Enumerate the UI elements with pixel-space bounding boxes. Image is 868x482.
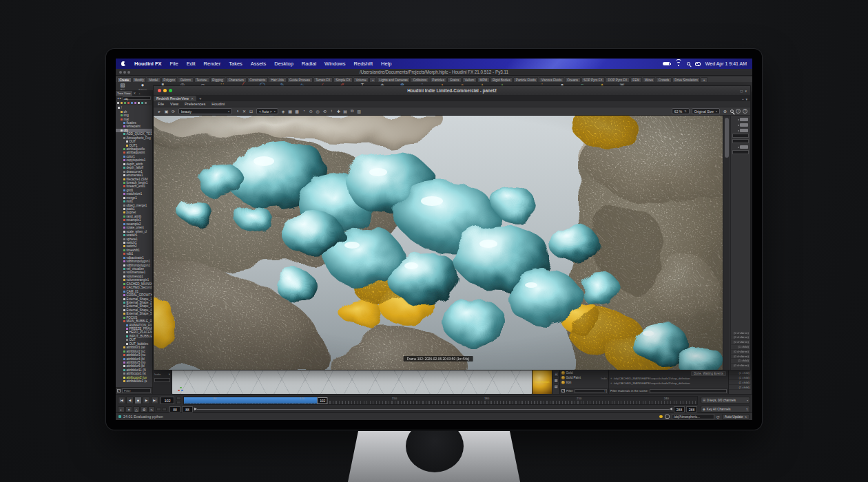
forward-icon[interactable]: ▸ bbox=[120, 96, 121, 100]
shelf-tab-drive-simulation[interactable]: Drive Simulation bbox=[672, 77, 700, 82]
children-count-row[interactable]: (1 child) bbox=[731, 345, 750, 350]
battery-icon[interactable] bbox=[663, 62, 670, 65]
shelf-tab-crowds[interactable]: Crowds bbox=[656, 77, 672, 82]
tree-node[interactable]: attribdelete1 (s bbox=[116, 379, 152, 383]
tree-toolbar-icon[interactable] bbox=[138, 102, 140, 104]
pan-icon[interactable]: ✚ bbox=[335, 109, 342, 114]
shelf-tab-characters[interactable]: Characters bbox=[226, 77, 246, 82]
global-start-field[interactable]: 88 bbox=[169, 406, 180, 412]
copy-image-icon[interactable]: ⧉ bbox=[349, 109, 355, 114]
playback-mode-icon[interactable]: ◐ bbox=[118, 406, 125, 412]
children-count-row[interactable]: (0 children) bbox=[731, 331, 750, 336]
shelf-tab-rigid-bodies[interactable]: Rigid Bodies bbox=[490, 77, 513, 82]
shelf-tab-guide-process[interactable]: Guide Process bbox=[287, 77, 313, 82]
shelf-tab-modify[interactable]: Modify bbox=[132, 77, 147, 82]
menu-item-takes[interactable]: Takes bbox=[225, 61, 247, 67]
playback-range-slider[interactable] bbox=[194, 406, 672, 412]
first-frame-button[interactable]: |◀ bbox=[118, 397, 125, 404]
shelf-tab-rigging[interactable]: Rigging bbox=[210, 77, 226, 82]
scene-viewport-strip[interactable] bbox=[172, 370, 533, 394]
stop-button[interactable]: ■ bbox=[134, 397, 142, 404]
list-view-icon[interactable]: ▤ bbox=[554, 384, 559, 389]
renderview-menu-preferences[interactable]: Preferences bbox=[185, 102, 205, 106]
checker-icon[interactable]: ▩ bbox=[294, 109, 300, 114]
spotlight-search-icon[interactable] bbox=[687, 62, 690, 65]
shelf-tab-fem[interactable]: FEM bbox=[630, 77, 642, 82]
shelf-tab-viscous-fluids[interactable]: Viscous Fluids bbox=[539, 77, 564, 82]
tree-toolbar-icon[interactable] bbox=[145, 102, 147, 104]
node-connector-icon[interactable] bbox=[740, 145, 748, 149]
menu-item-houdini-fx[interactable]: Houdini FX bbox=[130, 61, 166, 67]
shelf-tab-create[interactable]: Create bbox=[117, 77, 132, 82]
key-all-channels-dropdown[interactable]: ◆Key All Channels⇅ bbox=[701, 406, 750, 412]
menu-item-render[interactable]: Render bbox=[200, 61, 225, 67]
gear-icon[interactable]: ⚙ bbox=[722, 109, 728, 114]
global-end-field[interactable]: 288 bbox=[686, 406, 697, 412]
info-icon[interactable]: i bbox=[736, 109, 741, 114]
tree-toolbar-icon[interactable] bbox=[134, 102, 136, 104]
shelf-tab-constraints[interactable]: Constraints bbox=[247, 77, 268, 82]
auto-update-dropdown[interactable]: Auto Update⇅ bbox=[722, 414, 750, 420]
children-count-row[interactable]: (0 children) bbox=[731, 335, 750, 340]
snapshot-close-icon[interactable]: ✕ bbox=[241, 109, 247, 114]
ipr-restart-icon[interactable]: ⟳ bbox=[170, 109, 176, 114]
gear-icon[interactable]: ⚙ bbox=[141, 406, 147, 412]
menu-item-edit[interactable]: Edit bbox=[183, 61, 200, 67]
tree-toolbar-icon[interactable] bbox=[124, 102, 126, 104]
range-end-field[interactable]: 288 bbox=[674, 406, 685, 412]
play-button[interactable]: ▶ bbox=[143, 397, 150, 404]
material-preview[interactable]: Indie Edition bbox=[533, 370, 552, 394]
children-count-row[interactable]: (0 children) bbox=[731, 355, 750, 359]
shelf-tab-volume[interactable]: Volume bbox=[353, 77, 369, 82]
shop-definition-row[interactable]: +/obj/CACHED_MAINSHAPE/uvquickshade2/sho… bbox=[609, 381, 728, 386]
menu-item-help[interactable]: Help bbox=[377, 61, 395, 67]
range-start-field[interactable]: 88 bbox=[182, 406, 193, 412]
grid-icon[interactable]: ▦ bbox=[287, 109, 293, 114]
tree-path-field[interactable]: obj bbox=[123, 96, 151, 101]
children-count-row[interactable]: (0 children) bbox=[731, 340, 750, 345]
children-count-row[interactable]: (1 child) bbox=[729, 380, 751, 385]
shelf-tab-lights-and-cameras[interactable]: Lights and Cameras bbox=[377, 77, 410, 82]
menu-item-redshift[interactable]: Redshift bbox=[350, 61, 378, 67]
playhead[interactable]: 102 bbox=[318, 397, 328, 404]
parameter-field[interactable] bbox=[732, 134, 749, 138]
tab-redshift-renderview[interactable]: Redshift RenderView✕ bbox=[154, 96, 196, 101]
tree-toolbar-icon[interactable] bbox=[127, 102, 130, 104]
shelf-tab-add[interactable]: + bbox=[369, 77, 376, 82]
current-frame-field[interactable]: 102 bbox=[161, 397, 174, 404]
shelf-tab-simple-fx[interactable]: Simple FX bbox=[333, 77, 353, 82]
material-filter-input[interactable] bbox=[575, 389, 607, 393]
zoom-stepper[interactable]: 62 %⇅ bbox=[672, 108, 690, 114]
material-filter-checkbox[interactable]: ✓ bbox=[561, 389, 565, 392]
pane-split-icons[interactable]: ▪▾ bbox=[740, 97, 750, 101]
snapshot-mode-dropdown[interactable]: < Auto >▾ bbox=[256, 108, 278, 114]
control-center-icon[interactable] bbox=[695, 62, 701, 66]
filter-checkbox[interactable]: ✓ bbox=[117, 389, 121, 392]
image-icon[interactable]: ▤ bbox=[342, 109, 349, 114]
tree-filter-input[interactable]: Filter bbox=[122, 388, 151, 393]
shelf-tab-polygon[interactable]: Polygon bbox=[161, 77, 178, 82]
node-connector-icon[interactable] bbox=[740, 118, 748, 121]
menu-item-radial[interactable]: Radial bbox=[298, 61, 320, 67]
render-image[interactable]: Frame 102: 2026-02-06 20:03:50 (1m:54s) bbox=[154, 116, 723, 370]
wifi-icon[interactable] bbox=[675, 61, 682, 66]
tree-toolbar-icon[interactable] bbox=[121, 102, 123, 104]
shelf-tab-wires[interactable]: Wires bbox=[643, 77, 656, 82]
children-count-row[interactable]: (1 child) bbox=[729, 375, 751, 380]
tree-toolbar-icon[interactable] bbox=[117, 102, 119, 104]
add-material-icon[interactable]: + bbox=[554, 372, 559, 377]
current-node-path-field[interactable]: /obj/Atmospheric... bbox=[672, 414, 714, 419]
children-count-row[interactable]: (1 child) bbox=[731, 359, 750, 364]
tab-close-icon[interactable]: ✕ bbox=[191, 96, 194, 101]
audio-icon[interactable]: ∿ bbox=[148, 406, 155, 412]
renderview-titlebar[interactable]: Houdini Indie Limited-Commercial - panel… bbox=[154, 86, 750, 95]
shelf-tab-terrain-fx[interactable]: Terrain FX bbox=[313, 77, 333, 82]
ipr-start-icon[interactable]: ▸ bbox=[156, 109, 163, 114]
gallery-icon[interactable]: ▦ bbox=[554, 378, 559, 383]
tab-tree-view[interactable]: Tree View bbox=[116, 91, 132, 96]
shelf-tab-model[interactable]: Model bbox=[147, 77, 161, 82]
tree-tab-close-icon[interactable]: ✕ bbox=[132, 91, 138, 96]
shelf-tab-dop-pyro-fx[interactable]: DOP Pyro FX bbox=[606, 77, 630, 82]
shelf-tab-particle-fluids[interactable]: Particle Fluids bbox=[513, 77, 538, 82]
shelf-tab-particles[interactable]: Particles bbox=[430, 77, 447, 82]
